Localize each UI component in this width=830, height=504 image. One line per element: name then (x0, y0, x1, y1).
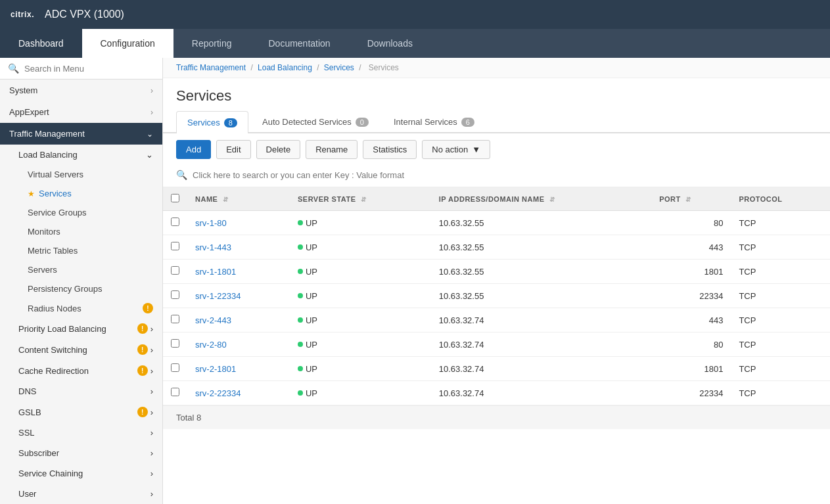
row-name[interactable]: srv-1-80 (187, 211, 290, 235)
content-tabs: Services 8 Auto Detected Services 0 Inte… (163, 111, 830, 133)
statistics-button[interactable]: Statistics (363, 140, 417, 159)
row-protocol: TCP (731, 260, 830, 284)
sidebar-item-traffic-management[interactable]: Traffic Management ⌄ (0, 123, 162, 145)
sidebar-sub-sub-services[interactable]: ★ Services (0, 184, 162, 203)
sidebar-sub-sub-persistency-groups-label: Persistency Groups (28, 284, 102, 294)
row-checkbox-cell[interactable] (163, 235, 187, 260)
row-checkbox[interactable] (171, 339, 179, 348)
row-state: UP (290, 332, 431, 357)
sidebar-sub-item-subscriber[interactable]: Subscriber › (0, 443, 162, 463)
sidebar-sub-sub-monitors[interactable]: Monitors (0, 222, 162, 241)
sidebar-sub-item-priority-lb[interactable]: Priority Load Balancing ! › (0, 318, 162, 339)
sidebar-sub-item-dns[interactable]: DNS › (0, 381, 162, 401)
row-checkbox-cell[interactable] (163, 284, 187, 308)
no-action-dropdown[interactable]: No action ▼ (422, 140, 490, 159)
row-port: 1801 (651, 357, 731, 381)
sidebar-sub-sub-persistency-groups[interactable]: Persistency Groups (0, 279, 162, 298)
row-name[interactable]: srv-2-443 (187, 308, 290, 332)
row-protocol: TCP (731, 357, 830, 381)
tab-configuration[interactable]: Configuration (82, 29, 173, 58)
rename-button[interactable]: Rename (306, 140, 357, 159)
col-name[interactable]: NAME ⇵ (187, 187, 290, 211)
breadcrumb-traffic-management[interactable]: Traffic Management (176, 63, 246, 72)
select-all-header[interactable] (163, 187, 187, 211)
tab-internal-services[interactable]: Internal Services 6 (382, 111, 486, 132)
delete-button[interactable]: Delete (256, 140, 301, 159)
col-port[interactable]: PORT ⇵ (651, 187, 731, 211)
row-checkbox-cell[interactable] (163, 332, 187, 357)
sidebar-sub-item-cache-redirection-label: Cache Redirection (18, 366, 89, 376)
row-checkbox-cell[interactable] (163, 381, 187, 405)
row-checkbox-cell[interactable] (163, 211, 187, 235)
tab-documentation[interactable]: Documentation (250, 29, 348, 58)
sidebar-sub-item-load-balancing[interactable]: Load Balancing ⌄ (0, 145, 162, 165)
sidebar-item-system[interactable]: System › (0, 80, 162, 101)
tab-downloads[interactable]: Downloads (349, 29, 431, 58)
row-port: 80 (651, 332, 731, 357)
sort-name-icon: ⇵ (223, 196, 229, 203)
row-name[interactable]: srv-1-22334 (187, 284, 290, 308)
sidebar-sub-sub-metric-tables[interactable]: Metric Tables (0, 241, 162, 260)
chevron-right-icon: › (150, 407, 153, 417)
tab-reporting[interactable]: Reporting (173, 29, 250, 58)
edit-button[interactable]: Edit (216, 140, 250, 159)
sidebar-sub-item-lb-label: Load Balancing (18, 150, 78, 160)
sidebar-sub-item-gslb[interactable]: GSLB ! › (0, 401, 162, 423)
tab-dashboard[interactable]: Dashboard (0, 29, 82, 58)
select-all-checkbox[interactable] (171, 194, 179, 202)
chevron-right-icon: › (150, 428, 153, 438)
row-ip: 10.63.32.74 (431, 381, 651, 405)
row-ip: 10.63.32.74 (431, 357, 651, 381)
sidebar-sub-item-service-chaining-label: Service Chaining (18, 469, 83, 478)
row-checkbox[interactable] (171, 218, 179, 226)
sidebar-item-appexpert-label: AppExpert (9, 107, 49, 117)
table-search-input[interactable] (193, 170, 817, 180)
breadcrumb-sep-3: / (359, 63, 363, 72)
sidebar-sub-item-user[interactable]: User › (0, 484, 162, 504)
sidebar-sub-sub-service-groups[interactable]: Service Groups (0, 203, 162, 222)
sidebar-item-appexpert[interactable]: AppExpert › (0, 101, 162, 123)
sidebar-sub-item-ssl[interactable]: SSL › (0, 423, 162, 443)
svg-text:citrix.: citrix. (11, 10, 34, 19)
breadcrumb-services-link[interactable]: Services (324, 63, 354, 72)
row-name[interactable]: srv-1-1801 (187, 260, 290, 284)
row-name[interactable]: srv-2-80 (187, 332, 290, 357)
sidebar-sub-sub-radius-nodes[interactable]: Radius Nodes ! (0, 298, 162, 318)
row-name[interactable]: srv-1-443 (187, 235, 290, 260)
search-box[interactable]: 🔍 (0, 58, 162, 80)
sidebar-sub-sub-services-label: Services (39, 189, 72, 198)
table-search-bar[interactable]: 🔍 (163, 166, 830, 187)
row-checkbox[interactable] (171, 315, 179, 323)
row-checkbox[interactable] (171, 388, 179, 396)
sidebar-sub-item-content-switching[interactable]: Content Switching ! › (0, 339, 162, 360)
search-input[interactable] (24, 64, 154, 74)
dropdown-arrow-icon: ▼ (472, 145, 480, 154)
sidebar-sub-sub-servers[interactable]: Servers (0, 260, 162, 279)
sidebar-sub-sub-virtual-servers[interactable]: Virtual Servers (0, 165, 162, 184)
row-protocol: TCP (731, 284, 830, 308)
tab-internal-services-label: Internal Services (394, 117, 457, 127)
row-ip: 10.63.32.55 (431, 211, 651, 235)
warning-icon: ! (137, 323, 148, 334)
sidebar-sub-sub-virtual-servers-label: Virtual Servers (28, 170, 83, 179)
row-checkbox[interactable] (171, 266, 179, 275)
row-checkbox[interactable] (171, 242, 179, 250)
sidebar-sub-item-cache-redirection[interactable]: Cache Redirection ! › (0, 360, 162, 381)
tab-auto-detected[interactable]: Auto Detected Services 0 (251, 111, 380, 132)
row-name[interactable]: srv-2-22334 (187, 381, 290, 405)
row-checkbox-cell[interactable] (163, 357, 187, 381)
row-checkbox[interactable] (171, 290, 179, 299)
sidebar-sub-item-service-chaining[interactable]: Service Chaining › (0, 463, 162, 484)
col-ip[interactable]: IP ADDRESS/DOMAIN NAME ⇵ (431, 187, 651, 211)
row-checkbox-cell[interactable] (163, 308, 187, 332)
row-checkbox-cell[interactable] (163, 260, 187, 284)
row-state: UP (290, 357, 431, 381)
breadcrumb-load-balancing[interactable]: Load Balancing (258, 63, 312, 72)
col-server-state[interactable]: SERVER STATE ⇵ (290, 187, 431, 211)
chevron-down-icon: ⌄ (147, 129, 153, 139)
tab-internal-services-badge: 6 (461, 118, 474, 127)
tab-services[interactable]: Services 8 (176, 111, 248, 133)
row-checkbox[interactable] (171, 363, 179, 372)
add-button[interactable]: Add (176, 140, 211, 159)
row-name[interactable]: srv-2-1801 (187, 357, 290, 381)
